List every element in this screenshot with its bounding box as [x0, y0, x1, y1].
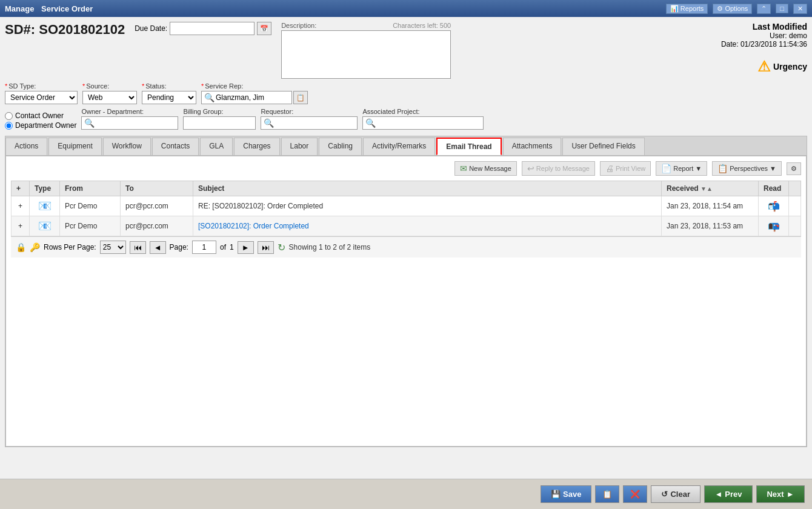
tab-equipment[interactable]: Equipment	[48, 138, 101, 155]
row1-type: 📧	[30, 196, 60, 216]
owner-dept-input[interactable]	[96, 119, 175, 127]
clear-btn[interactable]: ↺ Clear	[651, 485, 701, 503]
chars-left: Characters left: 500	[393, 22, 451, 29]
service-rep-picker-btn[interactable]: 📋	[293, 91, 308, 104]
requestor-label: Requestor:	[261, 108, 358, 115]
email-thread-area: ✉ New Message ↩ Reply to Message 🖨 Print…	[5, 156, 807, 447]
col-header-subject[interactable]: Subject	[193, 181, 662, 196]
service-rep-search-icon: 🔍	[204, 93, 215, 102]
owner-row: Contact Owner Department Owner Owner - D…	[5, 108, 709, 130]
last-page-btn[interactable]: ⏭	[258, 241, 274, 254]
due-date-input[interactable]	[170, 22, 255, 35]
department-owner-radio-label[interactable]: Department Owner	[5, 121, 76, 130]
title-bar-right: 📊 Reports ⚙ Options ⌃ □ ✕	[666, 4, 807, 14]
next-page-btn[interactable]: ►	[238, 241, 254, 254]
next-btn[interactable]: Next ►	[756, 485, 805, 503]
reply-to-message-btn[interactable]: ↩ Reply to Message	[522, 161, 595, 176]
save-btn[interactable]: 💾 Save	[541, 485, 591, 503]
last-modified-date: Date: 01/23/2018 11:54:36	[721, 40, 807, 48]
refresh-btn[interactable]: ↻	[278, 242, 285, 253]
row1-received: Jan 23, 2018, 11:54 am	[662, 196, 759, 216]
description-section: Description: Characters left: 500	[281, 22, 451, 79]
reports-menu-btn[interactable]: 📊 Reports	[666, 4, 708, 14]
page-input[interactable]	[192, 241, 216, 254]
report-dropdown-icon: ▼	[695, 165, 702, 172]
description-input[interactable]	[281, 30, 451, 79]
title-bar: Manage Service Order 📊 Reports ⚙ Options…	[0, 0, 812, 17]
urgency-icon: ⚠	[757, 58, 771, 75]
prev-btn[interactable]: ◄ Prev	[704, 485, 753, 503]
col-header-to[interactable]: To	[121, 181, 193, 196]
service-rep-input[interactable]	[216, 93, 289, 102]
perspectives-btn[interactable]: 📋 Perspectives ▼	[712, 161, 782, 176]
associated-project-group: Associated Project: 🔍	[362, 108, 484, 130]
contact-owner-radio-label[interactable]: Contact Owner	[5, 111, 76, 120]
of-value: 1	[230, 243, 234, 251]
department-owner-radio[interactable]	[5, 122, 13, 130]
read-icon-1: 📬	[768, 201, 780, 211]
prev-page-btn[interactable]: ◄	[150, 241, 166, 254]
tab-workflow[interactable]: Workflow	[103, 138, 151, 155]
source-select[interactable]: Web	[82, 91, 137, 104]
print-view-btn[interactable]: 🖨 Print View	[600, 161, 651, 176]
row2-extra	[789, 216, 801, 236]
date-picker-btn[interactable]: 📅	[257, 22, 271, 35]
sd-type-select[interactable]: Service Order	[5, 91, 78, 104]
email-type-icon-1: 📧	[38, 200, 52, 212]
first-page-btn[interactable]: ⏮	[130, 241, 146, 254]
tab-gla[interactable]: GLA	[200, 138, 233, 155]
of-label: of	[220, 243, 226, 251]
title-manage: Manage	[5, 4, 34, 13]
owner-section: Contact Owner Department Owner	[5, 111, 76, 130]
associated-project-search-icon: 🔍	[365, 118, 376, 128]
new-message-btn[interactable]: ✉ New Message	[454, 161, 517, 176]
main-content: SD#: SO201802102 Due Date: 📅 Description…	[0, 17, 812, 479]
status-group: *Status: Pending	[142, 82, 196, 104]
settings-btn[interactable]: ⚙	[787, 162, 801, 175]
status-label: *Status:	[142, 82, 196, 90]
tab-attachments[interactable]: Attachments	[503, 138, 562, 155]
col-header-type[interactable]: Type	[30, 181, 60, 196]
tab-contacts[interactable]: Contacts	[152, 138, 199, 155]
associated-project-input[interactable]	[377, 119, 481, 127]
icon2: ❌	[630, 490, 640, 499]
icon-btn-1[interactable]: 📋	[595, 485, 619, 503]
tabs-container: Actions Equipment Workflow Contacts GLA …	[5, 136, 807, 447]
row2-expand[interactable]: +	[12, 216, 30, 236]
status-select[interactable]: Pending	[142, 91, 196, 104]
maximize-btn[interactable]: □	[776, 4, 788, 13]
minimize-btn[interactable]: ⌃	[757, 4, 771, 14]
contact-owner-radio[interactable]	[5, 112, 13, 120]
tab-email-thread[interactable]: Email Thread	[436, 138, 501, 155]
icon-btn-2[interactable]: ❌	[623, 485, 647, 503]
page-label: Page:	[170, 243, 188, 251]
rows-per-page-select[interactable]: 25 50 100	[100, 241, 126, 254]
tab-user-defined-fields[interactable]: User Defined Fields	[562, 138, 644, 155]
tab-actions[interactable]: Actions	[5, 138, 47, 155]
tab-activity-remarks[interactable]: Activity/Remarks	[363, 138, 435, 155]
tab-cabling[interactable]: Cabling	[319, 138, 362, 155]
prev-icon: ◄	[714, 490, 722, 499]
icon1: 📋	[602, 490, 612, 499]
row1-expand[interactable]: +	[12, 196, 30, 216]
source-label: *Source:	[82, 82, 137, 90]
next-icon: ►	[787, 490, 794, 499]
row2-subject-link[interactable]: [SO201802102]: Order Completed	[198, 222, 309, 230]
col-header-read[interactable]: Read	[759, 181, 789, 196]
owner-dept-search-icon: 🔍	[84, 118, 95, 128]
row2-from: Pcr Demo	[60, 216, 121, 236]
tab-labor[interactable]: Labor	[281, 138, 318, 155]
col-header-from[interactable]: From	[60, 181, 121, 196]
close-btn[interactable]: ✕	[793, 4, 807, 14]
billing-group-input[interactable]	[183, 116, 256, 130]
associated-project-label: Associated Project:	[362, 108, 484, 115]
requestor-input[interactable]	[275, 119, 354, 127]
options-menu-btn[interactable]: ⚙ Options	[713, 4, 752, 14]
report-btn[interactable]: 📄 Report ▼	[656, 161, 707, 176]
email-type-icon-2: 📧	[38, 220, 52, 232]
row1-subject: RE: [SO201802102]: Order Completed	[193, 196, 662, 216]
service-rep-group: *Service Rep: 🔍 📋	[201, 82, 308, 104]
last-modified-section: Last Modified User: demo Date: 01/23/201…	[721, 22, 807, 48]
tab-charges[interactable]: Charges	[234, 138, 279, 155]
col-header-received[interactable]: Received ▼▲	[662, 181, 759, 196]
